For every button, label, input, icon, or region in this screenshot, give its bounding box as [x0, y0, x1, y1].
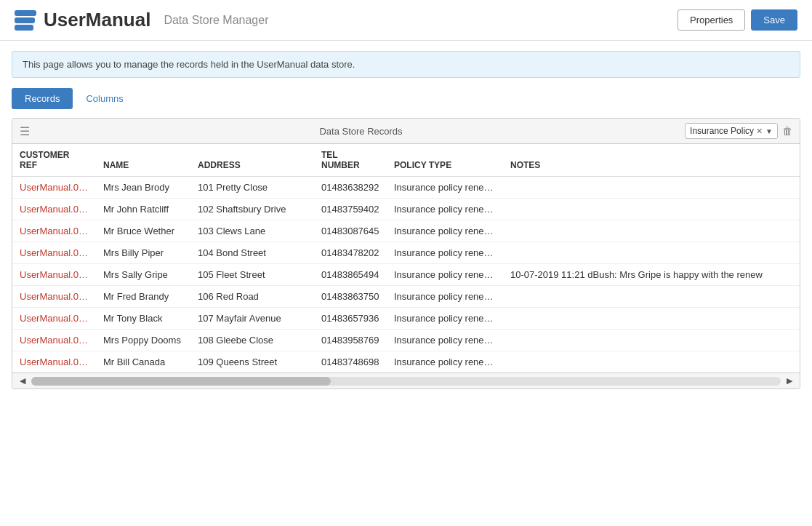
- cell-tel: 01483657936: [314, 308, 387, 330]
- cell-ref[interactable]: UserManual.008: [12, 330, 96, 351]
- cell-policy_type: Insurance policy renewal: [387, 264, 503, 286]
- table-row: UserManual.005Mrs Sally Gripe105 Fleet S…: [12, 264, 800, 286]
- delete-icon[interactable]: 🗑: [782, 125, 792, 137]
- table-row: UserManual.008Mrs Poppy Dooms108 Gleebe …: [12, 330, 800, 351]
- cell-address: 107 Mayfair Avenue: [190, 308, 314, 330]
- app-subtitle: Data Store Manager: [164, 14, 268, 27]
- cell-ref[interactable]: UserManual.003: [12, 220, 96, 242]
- header-actions: Properties Save: [678, 9, 797, 31]
- cell-name: Mrs Billy Piper: [96, 242, 190, 264]
- cell-notes: [503, 220, 800, 242]
- cell-tel: 01483865494: [314, 264, 387, 286]
- cell-ref[interactable]: UserManual.005: [12, 264, 96, 286]
- table-header-row: CUSTOMERREF NAME ADDRESS TELNUMBER POLIC…: [12, 144, 800, 177]
- scroll-right-icon[interactable]: ▶: [787, 376, 792, 386]
- cell-address: 102 Shaftsbury Drive: [190, 199, 314, 220]
- cell-tel: 01483478202: [314, 242, 387, 264]
- header: UserManual Data Store Manager Properties…: [0, 0, 812, 41]
- logo-icon: [15, 10, 36, 31]
- info-bar: This page allows you to manage the recor…: [12, 51, 800, 78]
- col-header-name: NAME: [96, 144, 190, 177]
- table-toolbar: ☰ Data Store Records Insurance Policy ✕ …: [12, 119, 800, 144]
- cell-tel: 01483958769: [314, 330, 387, 351]
- tab-columns[interactable]: Columns: [73, 88, 136, 109]
- cell-ref[interactable]: UserManual.002: [12, 199, 96, 220]
- save-button[interactable]: Save: [751, 9, 797, 31]
- cell-notes: 10-07-2019 11:21 dBush: Mrs Gripe is hap…: [503, 264, 800, 286]
- table-row: UserManual.007Mr Tony Black107 Mayfair A…: [12, 308, 800, 330]
- cell-ref[interactable]: UserManual.009: [12, 351, 96, 373]
- cell-tel: 01483087645: [314, 220, 387, 242]
- cell-notes: [503, 177, 800, 199]
- cell-name: Mr Fred Brandy: [96, 286, 190, 308]
- cell-ref[interactable]: UserManual.007: [12, 308, 96, 330]
- cell-policy_type: Insurance policy renewal: [387, 220, 503, 242]
- cell-policy_type: Insurance policy renewal: [387, 199, 503, 220]
- scroll-track[interactable]: [31, 377, 781, 386]
- cell-ref[interactable]: UserManual.001: [12, 177, 96, 199]
- cell-policy_type: Insurance policy renewal: [387, 330, 503, 351]
- cell-name: Mr John Ratcliff: [96, 199, 190, 220]
- filter-tag-label: Insurance Policy ✕: [690, 126, 763, 136]
- cell-address: 101 Pretty Close: [190, 177, 314, 199]
- cell-notes: [503, 330, 800, 351]
- cell-policy_type: Insurance policy renewal: [387, 177, 503, 199]
- app-name: UserManual: [44, 9, 150, 31]
- cell-policy_type: Insurance policy renewal: [387, 351, 503, 373]
- table-row: UserManual.003Mr Bruce Wether103 Clews L…: [12, 220, 800, 242]
- cell-address: 108 Gleebe Close: [190, 330, 314, 351]
- info-bar-text: This page allows you to manage the recor…: [23, 59, 355, 70]
- cell-address: 106 Red Road: [190, 286, 314, 308]
- col-header-notes: NOTES: [503, 144, 800, 177]
- properties-button[interactable]: Properties: [678, 9, 745, 31]
- col-header-tel: TELNUMBER: [314, 144, 387, 177]
- cell-notes: [503, 242, 800, 264]
- logo-disk-3: [15, 25, 33, 31]
- cell-address: 104 Bond Street: [190, 242, 314, 264]
- scroll-thumb[interactable]: [31, 377, 331, 386]
- cell-notes: [503, 308, 800, 330]
- cell-ref[interactable]: UserManual.006: [12, 286, 96, 308]
- cell-address: 103 Clews Lane: [190, 220, 314, 242]
- bottom-scrollbar[interactable]: ◀ ▶: [12, 372, 800, 388]
- tab-records[interactable]: Records: [12, 88, 73, 109]
- cell-ref[interactable]: UserManual.004: [12, 242, 96, 264]
- table-title: Data Store Records: [37, 126, 685, 137]
- table-row: UserManual.009Mr Bill Canada109 Queens S…: [12, 351, 800, 373]
- table-row: UserManual.004Mrs Billy Piper104 Bond St…: [12, 242, 800, 264]
- cell-notes: [503, 199, 800, 220]
- cell-tel: 01483863750: [314, 286, 387, 308]
- cell-address: 109 Queens Street: [190, 351, 314, 373]
- hamburger-icon[interactable]: ☰: [20, 124, 30, 138]
- logo-area: UserManual Data Store Manager: [15, 9, 678, 31]
- table-body: UserManual.001Mrs Jean Brody101 Pretty C…: [12, 177, 800, 373]
- col-header-ref: CUSTOMERREF: [12, 144, 96, 177]
- scroll-area[interactable]: CUSTOMERREF NAME ADDRESS TELNUMBER POLIC…: [12, 144, 800, 372]
- cell-policy_type: Insurance policy renewal: [387, 308, 503, 330]
- tabs: Records Columns: [0, 88, 812, 109]
- table-row: UserManual.002Mr John Ratcliff102 Shafts…: [12, 199, 800, 220]
- cell-policy_type: Insurance policy renewal: [387, 242, 503, 264]
- cell-notes: [503, 286, 800, 308]
- col-header-address: ADDRESS: [190, 144, 314, 177]
- cell-name: Mr Bruce Wether: [96, 220, 190, 242]
- cell-policy_type: Insurance policy renewal: [387, 286, 503, 308]
- filter-remove-icon[interactable]: ✕: [756, 127, 763, 136]
- cell-notes: [503, 351, 800, 373]
- col-header-policy: POLICY TYPE: [387, 144, 503, 177]
- table-container: ☰ Data Store Records Insurance Policy ✕ …: [12, 118, 800, 389]
- data-table: CUSTOMERREF NAME ADDRESS TELNUMBER POLIC…: [12, 144, 800, 372]
- table-row: UserManual.001Mrs Jean Brody101 Pretty C…: [12, 177, 800, 199]
- scroll-left-icon[interactable]: ◀: [20, 376, 25, 386]
- cell-address: 105 Fleet Street: [190, 264, 314, 286]
- filter-dropdown-icon[interactable]: ▼: [765, 127, 773, 135]
- cell-name: Mrs Jean Brody: [96, 177, 190, 199]
- logo-disk-2: [15, 17, 35, 23]
- cell-name: Mr Tony Black: [96, 308, 190, 330]
- cell-name: Mrs Poppy Dooms: [96, 330, 190, 351]
- cell-tel: 01483638292: [314, 177, 387, 199]
- cell-name: Mrs Sally Gripe: [96, 264, 190, 286]
- cell-tel: 01483748698: [314, 351, 387, 373]
- cell-tel: 01483759402: [314, 199, 387, 220]
- table-row: UserManual.006Mr Fred Brandy106 Red Road…: [12, 286, 800, 308]
